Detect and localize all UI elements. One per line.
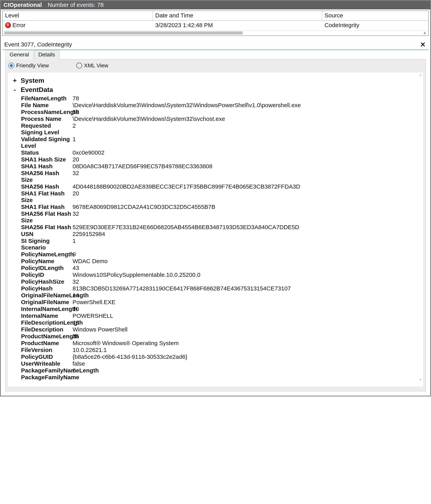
close-icon[interactable]: ✕ (419, 41, 427, 48)
event-field: SHA256 Flat Hash Size32 (21, 210, 422, 224)
event-field: ProductNameMicrosoft® Windows® Operating… (21, 340, 422, 346)
event-field: FileDescriptionWindows PowerShell (21, 326, 422, 333)
event-field: Process Name\Device\HarddiskVolume3\Wind… (21, 116, 422, 122)
cell-level: Error (3, 21, 153, 30)
scrollbar-thumb[interactable] (4, 31, 243, 35)
field-value: \Device\HarddiskVolume3\Windows\System32… (72, 102, 422, 108)
event-field: SHA1 Flat Hash Size20 (21, 190, 422, 203)
error-icon (5, 22, 11, 28)
field-value: Windows PowerShell (72, 326, 422, 333)
chevron-down-icon[interactable]: ˅ (419, 378, 422, 386)
field-name: ProductName (21, 340, 72, 346)
field-value: 813BC3DB5D13269A77142831190CE6417F868F68… (72, 285, 422, 292)
radio-friendly-view[interactable]: Friendly View (8, 63, 49, 69)
event-field: SHA1 Hash Size20 (21, 156, 422, 163)
expand-toggle[interactable]: + (12, 77, 18, 84)
event-field: Requested Signing Level2 (21, 122, 422, 136)
field-value: 2 (72, 122, 422, 129)
field-value: 0 (72, 367, 422, 374)
collapse-toggle[interactable]: - (12, 86, 18, 93)
event-field: SHA256 Flat Hash529EE9D30EEF7E331B24E66D… (21, 224, 422, 231)
event-field: PolicyHashSize32 (21, 278, 422, 285)
column-header-date[interactable]: Date and Time (153, 11, 322, 20)
field-name: SI Signing Scenario (21, 238, 72, 251)
event-count: Number of events: 78 (48, 1, 104, 8)
event-field: FileVersion10.0.22621.1 (21, 347, 422, 353)
field-value: 1 (72, 136, 422, 143)
field-name: ProductNameLength (21, 333, 72, 340)
field-value: Windows10SPolicySupplementable.10.0.2520… (72, 271, 422, 278)
window-title: CIOperational (3, 1, 42, 8)
event-field: UserWriteablefalse (21, 360, 422, 367)
field-name: PackageFamilyNameLength (21, 367, 72, 374)
event-field: OriginalFileNameLength14 (21, 292, 422, 299)
chevron-up-icon[interactable]: ˄ (419, 74, 422, 81)
details-tree: ˄ + System - EventData FileNameLength78F… (8, 72, 423, 387)
event-field: PackageFamilyNameLength0 (21, 367, 422, 374)
field-value: 2259152984 (72, 231, 422, 237)
field-value: \Device\HarddiskVolume3\Windows\System32… (72, 116, 422, 122)
field-name: USN (21, 231, 72, 237)
field-name: File Name (21, 102, 72, 108)
field-value: 20 (72, 156, 422, 163)
field-value: 08D0A8C34B717AED56F99EC57B49788EC3363808 (72, 163, 422, 170)
column-header-level[interactable]: Level (3, 11, 153, 20)
event-field: InternalNamePOWERSHELL (21, 313, 422, 319)
event-field: PolicyHash813BC3DB5D13269A77142831190CE6… (21, 285, 422, 292)
event-header: Event 3077, CodeIntegrity ✕ (2, 39, 429, 50)
field-name: FileDescription (21, 326, 72, 333)
cell-date: 3/28/2023 1:42:48 PM (153, 21, 322, 30)
horizontal-scrollbar[interactable] (3, 30, 428, 36)
tab-details[interactable]: Details (34, 50, 60, 59)
field-value: POWERSHELL (72, 313, 422, 319)
field-name: SHA1 Hash Size (21, 156, 72, 163)
field-value: 32 (72, 210, 422, 217)
field-value: 9678EA8069D9812CDA2A41C9D3DC32D5C4555B7B (72, 204, 422, 210)
event-field: SHA256 Hash Size32 (21, 170, 422, 183)
field-value: 529EE9D30EEF7E331B24E66D68205AB4554B6EB3… (72, 224, 422, 231)
event-field: Validated Signing Level1 (21, 136, 422, 149)
field-value: 32 (72, 170, 422, 176)
field-name: FileVersion (21, 347, 72, 353)
field-name: ProcessNameLength (21, 109, 72, 115)
field-name: PolicyID (21, 271, 72, 278)
field-name: SHA1 Flat Hash (21, 204, 72, 210)
field-value: 20 (72, 190, 422, 197)
event-field: PolicyNameLength9 (21, 251, 422, 258)
field-name: PolicyHashSize (21, 278, 72, 285)
event-field: SHA1 Flat Hash9678EA8069D9812CDA2A41C9D3… (21, 204, 422, 210)
cell-source: CodeIntegrity (322, 21, 428, 30)
field-name: SHA256 Hash (21, 183, 72, 190)
tab-general[interactable]: General (5, 50, 34, 59)
field-value: 52 (72, 109, 422, 115)
field-name: FileDescriptionLength (21, 319, 72, 326)
field-name: UserWriteable (21, 360, 72, 367)
table-row[interactable]: Error 3/28/2023 1:42:48 PM CodeIntegrity (3, 21, 428, 30)
radio-dot-icon (76, 63, 82, 69)
view-mode-group: Friendly View XML View (8, 61, 423, 72)
field-name: SHA1 Hash (21, 163, 72, 170)
tree-node-eventdata: - EventData FileNameLength78File Name\De… (12, 86, 422, 381)
radio-xml-view[interactable]: XML View (76, 63, 108, 69)
field-name: FileNameLength (21, 95, 72, 102)
field-value: 18 (72, 319, 422, 326)
event-field: FileNameLength78 (21, 95, 422, 102)
chevron-right-icon[interactable] (424, 32, 426, 35)
field-name: PolicyHash (21, 285, 72, 292)
event-field: PolicyIDWindows10SPolicySupplementable.1… (21, 271, 422, 278)
field-name: SHA1 Flat Hash Size (21, 190, 72, 203)
field-value: 9 (72, 251, 422, 258)
field-value: 14 (72, 292, 422, 299)
details-panel: Friendly View XML View ˄ + System - Even… (5, 59, 426, 391)
event-grid: Level Date and Time Source Error 3/28/20… (2, 10, 429, 36)
field-name: Requested Signing Level (21, 122, 72, 136)
titlebar: CIOperational Number of events: 78 (1, 1, 430, 9)
field-name: InternalNameLength (21, 306, 72, 312)
field-name: Validated Signing Level (21, 136, 72, 149)
grid-header: Level Date and Time Source (3, 11, 428, 21)
column-header-source[interactable]: Source (322, 11, 428, 20)
eventdata-label: EventData (21, 86, 53, 93)
field-name: SHA256 Hash Size (21, 170, 72, 183)
field-name: OriginalFileNameLength (21, 292, 72, 299)
field-name: PolicyGUID (21, 353, 72, 360)
